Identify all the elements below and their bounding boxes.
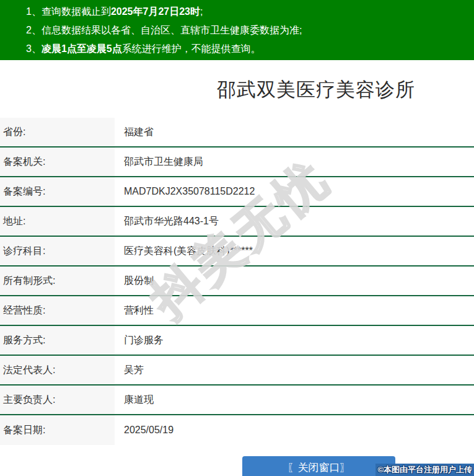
notice-line-2: 2、信息数据结果以各省、自治区、直辖市卫生健康委数据为准; [26,21,468,40]
table-row: 诊疗科目:医疗美容科(美容皮肤科)****** [0,237,474,267]
row-value: 福建省 [115,118,474,146]
table-row: 省份:福建省 [0,118,474,148]
close-window-button[interactable]: 〖关闭窗口〗 [242,456,395,476]
notice-line-3-num: 3、 [26,43,42,54]
row-label: 主要负责人: [0,386,115,414]
records-table: 省份:福建省备案机关:邵武市卫生健康局备案编号:MAD7DKJ2X3507811… [0,118,474,445]
row-label: 备案编号: [0,177,115,206]
title-area: 邵武双美医疗美容诊所 [0,77,474,103]
notice-line-2-num: 2、 [26,25,42,35]
row-value: 邵武市华光路443-1号 [115,207,474,236]
row-value: 股份制 [115,267,474,295]
table-row: 备案机关:邵武市卫生健康局 [0,148,474,177]
row-value: 2025/05/19 [115,415,474,445]
table-row: 备案编号:MAD7DKJ2X35078115D2212 [0,177,474,207]
notice-line-1-text: 查询数据截止到 [42,6,111,17]
row-label: 地址: [0,207,115,236]
notice-line-1-suffix: ; [200,6,203,17]
table-row: 主要负责人:康道现 [0,386,474,415]
notice-banner: 1、查询数据截止到2025年7月27日23时; 2、信息数据结果以各省、自治区、… [0,0,474,60]
table-row: 法定代表人:吴芳 [0,356,474,386]
notice-line-1-bold: 2025年7月27日23时 [111,6,200,17]
row-value: 邵武市卫生健康局 [115,148,474,176]
row-value: 门诊服务 [115,326,474,355]
row-value: 营利性 [115,296,474,325]
notice-line-2-text: 信息数据结果以各省、自治区、直辖市卫生健康委数据为准; [42,25,302,35]
page: 1、查询数据截止到2025年7月27日23时; 2、信息数据结果以各省、自治区、… [0,0,474,476]
row-value: MAD7DKJ2X35078115D2212 [115,177,474,206]
notice-line-3-bold: 凌晨1点至凌晨5点 [42,43,122,54]
row-value: 医疗美容科(美容皮肤科)****** [115,237,474,265]
row-label: 省份: [0,118,115,146]
table-row: 经营性质:营利性 [0,296,474,326]
notice-line-3-suffix: 系统进行维护，不能提供查询。 [122,43,261,54]
row-label: 诊疗科目: [0,237,115,265]
row-label: 服务方式: [0,326,115,355]
row-label: 法定代表人: [0,356,115,384]
row-label: 备案机关: [0,148,115,176]
row-value: 康道现 [115,386,474,414]
table-row: 所有制形式:股份制 [0,267,474,296]
row-label: 经营性质: [0,296,115,325]
row-value: 吴芳 [115,356,474,384]
notice-line-1: 1、查询数据截止到2025年7月27日23时; [26,2,468,21]
page-title: 邵武双美医疗美容诊所 [217,79,415,100]
table-row: 地址:邵武市华光路443-1号 [0,207,474,237]
notice-line-3: 3、凌晨1点至凌晨5点系统进行维护，不能提供查询。 [26,40,468,58]
notice-line-1-num: 1、 [26,6,42,17]
table-row: 服务方式:门诊服务 [0,326,474,356]
row-label: 备案日期: [0,415,115,445]
table-row: 备案日期:2025/05/19 [0,415,474,445]
row-label: 所有制形式: [0,267,115,295]
copyright-ribbon: ©本图由平台注册用户上传 [375,464,474,476]
